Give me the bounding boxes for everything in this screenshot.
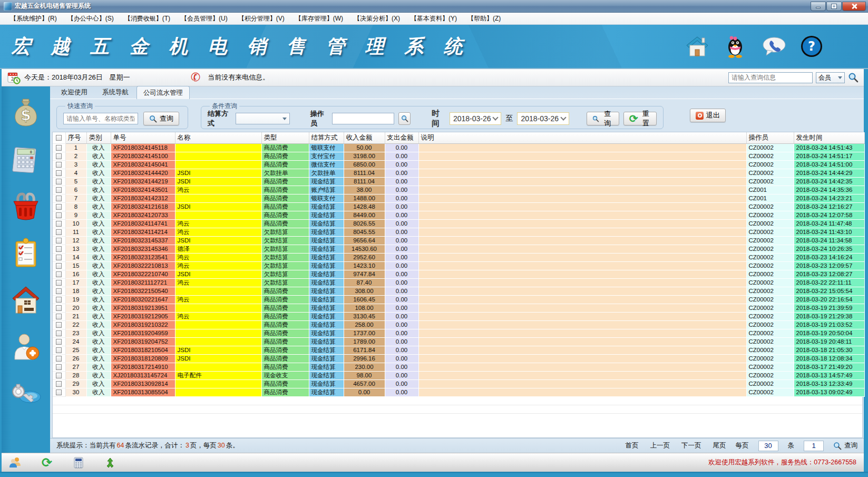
pager-link[interactable]: 尾页 <box>713 441 726 450</box>
menu-item[interactable]: 【决策分析】(X) <box>349 13 405 25</box>
row-checkbox[interactable] <box>56 364 62 370</box>
col-header-settle[interactable]: 结算方式 <box>309 132 344 143</box>
row-checkbox[interactable] <box>56 221 62 227</box>
row-checkbox[interactable] <box>56 322 62 328</box>
money-bag-icon[interactable]: $ <box>9 96 42 129</box>
row-checkbox[interactable] <box>56 390 62 395</box>
table-row[interactable]: 7 收入 XF20180324142312 商品消费 银联支付 1488.00 … <box>53 194 864 202</box>
row-checkbox[interactable] <box>56 330 62 336</box>
row-checkbox[interactable] <box>56 153 62 159</box>
row-checkbox[interactable] <box>56 212 62 218</box>
table-row[interactable]: 22 收入 XF20180319210322 商品消费 现金结算 258.00 … <box>53 320 864 329</box>
table-row[interactable]: 10 收入 XF20180324114741 鸿云 商品消费 现金结算 8026… <box>53 219 864 228</box>
row-checkbox[interactable] <box>56 204 62 210</box>
table-row[interactable]: 16 收入 XF20180322210740 JSDI 欠款结算 现金结算 97… <box>53 270 864 278</box>
help-icon[interactable]: ? <box>800 35 823 58</box>
date-from-picker[interactable]: 2018-03-26 <box>450 112 501 125</box>
row-checkbox[interactable] <box>56 288 62 294</box>
row-checkbox[interactable] <box>56 347 62 353</box>
table-row[interactable]: 23 收入 XF20180319204959 商品消费 现金结算 1737.00… <box>53 329 864 337</box>
col-header-note[interactable]: 说明 <box>418 132 746 143</box>
row-checkbox[interactable] <box>56 280 62 286</box>
table-row[interactable]: 6 收入 XF20180324143501 鸿云 商品消费 账户结算 38.00… <box>53 186 864 194</box>
menu-item[interactable]: 【基本资料】(Y) <box>406 13 462 25</box>
col-header-category[interactable]: 类别 <box>86 132 111 143</box>
col-header-operator[interactable]: 操作员 <box>746 132 794 143</box>
table-row[interactable]: 28 收入 XJ20180313145724 电子配件 现金收支 现金结算 98… <box>53 371 864 379</box>
table-row[interactable]: 12 收入 XF20180323145337 JSDI 欠款结算 现金结算 96… <box>53 236 864 245</box>
table-row[interactable]: 24 收入 XF20180319204752 商品消费 现金结算 1789.00… <box>53 337 864 346</box>
menu-item[interactable]: 【帮助】(Z) <box>463 13 505 25</box>
table-row[interactable]: 3 收入 XF20180324145041 商品消费 微信支付 6850.00 … <box>53 160 864 169</box>
row-checkbox[interactable] <box>56 297 62 303</box>
exit-button[interactable]: 退出 <box>690 109 726 122</box>
row-checkbox[interactable] <box>56 339 62 345</box>
tab[interactable]: 欢迎使用 <box>54 85 94 99</box>
row-checkbox[interactable] <box>56 305 62 311</box>
tab[interactable]: 公司流水管理 <box>136 86 190 99</box>
row-checkbox[interactable] <box>56 162 62 168</box>
search-category-select[interactable]: 会员 <box>816 72 845 83</box>
menu-item[interactable]: 【消费收银】(T) <box>120 13 175 25</box>
table-row[interactable]: 27 收入 XF20180317214910 商品消费 现金结算 230.00 … <box>53 363 864 371</box>
row-checkbox[interactable] <box>56 238 62 244</box>
quick-search-button[interactable]: 查询 <box>143 112 179 125</box>
condition-search-button[interactable]: 查询 <box>587 112 619 125</box>
table-row[interactable]: 29 收入 XF20180313092814 商品消费 现金结算 4657.00… <box>53 379 864 388</box>
row-checkbox[interactable] <box>56 170 62 176</box>
table-row[interactable]: 4 收入 XF20180324144420 JSDI 欠款挂单 欠款挂单 811… <box>53 169 864 177</box>
pager-link[interactable]: 下一页 <box>681 441 701 450</box>
menu-item[interactable]: 【办公中心】(S) <box>63 13 119 25</box>
users-icon[interactable] <box>9 456 22 469</box>
table-row[interactable]: 5 收入 XF20180324144219 JSDI 商品消费 现金结算 811… <box>53 177 864 186</box>
table-row[interactable]: 13 收入 XF20180323145346 德泽 欠款结算 现金结算 1453… <box>53 245 864 253</box>
minimize-button[interactable] <box>811 2 826 11</box>
col-header-income[interactable]: 收入金额 <box>344 132 385 143</box>
table-row[interactable]: 1 收入 XF20180324145118 商品消费 银联支付 50.00 0.… <box>53 143 864 152</box>
table-row[interactable]: 19 收入 XF20180320221647 鸿云 商品消费 现金结算 1606… <box>53 295 864 304</box>
contact-phone-icon[interactable] <box>761 35 786 57</box>
row-checkbox[interactable] <box>56 356 62 362</box>
select-all-checkbox[interactable] <box>56 135 62 141</box>
row-checkbox[interactable] <box>56 187 62 193</box>
col-header-expense[interactable]: 支出金额 <box>385 132 418 143</box>
table-row[interactable]: 9 收入 XF20180324120733 商品消费 现金结算 8449.00 … <box>53 211 864 219</box>
row-checkbox[interactable] <box>56 229 62 235</box>
close-button[interactable] <box>842 2 866 11</box>
key-icon[interactable] <box>9 377 42 410</box>
checklist-icon[interactable] <box>9 237 42 269</box>
table-row[interactable]: 25 收入 XF20180318210504 JSDI 商品消费 现金结算 61… <box>53 346 864 354</box>
row-checkbox[interactable] <box>56 271 62 277</box>
merge-arrow-icon[interactable] <box>104 456 116 469</box>
table-row[interactable]: 17 收入 XF20180321112721 鸿云 欠款结算 现金结算 87.4… <box>53 278 864 287</box>
page-number-input[interactable]: 1 <box>804 441 824 451</box>
table-row[interactable]: 2 收入 XF20180324145100 商品消费 支付宝付 3198.00 … <box>53 152 864 160</box>
menu-item[interactable]: 【系统维护】(R) <box>5 13 62 25</box>
table-row[interactable]: 26 收入 XF20180318120809 JSDI 商品消费 现金结算 29… <box>53 354 864 363</box>
tab[interactable]: 系统导航 <box>95 85 135 99</box>
operator-input[interactable] <box>332 113 394 124</box>
table-row[interactable]: 15 收入 XF20180322210813 鸿云 欠款结算 现金结算 1423… <box>53 261 864 270</box>
search-icon[interactable] <box>848 72 859 83</box>
table-row[interactable]: 21 收入 XF20180319212905 鸿云 商品消费 现金结算 3130… <box>53 312 864 320</box>
add-user-icon[interactable] <box>9 330 42 363</box>
row-checkbox[interactable] <box>56 246 62 252</box>
col-header-order-no[interactable]: 单号 <box>111 132 175 143</box>
row-checkbox[interactable] <box>56 373 62 378</box>
row-checkbox[interactable] <box>56 381 62 387</box>
col-header-name[interactable]: 名称 <box>175 132 261 143</box>
menu-item[interactable]: 【库存管理】(W) <box>290 13 348 25</box>
pager-go-button[interactable]: 查询 <box>833 441 857 450</box>
quick-search-input[interactable] <box>63 113 138 124</box>
operator-lookup-button[interactable] <box>398 112 411 125</box>
col-header-seq[interactable]: 序号 <box>65 132 86 143</box>
col-header-type[interactable]: 类型 <box>261 132 309 143</box>
member-search-input[interactable] <box>728 72 813 83</box>
table-row[interactable]: 30 收入 XF20180313085504 商品消费 现金结算 0.00 0.… <box>53 388 864 396</box>
pager-link[interactable]: 上一页 <box>650 441 670 450</box>
row-checkbox[interactable] <box>56 145 62 151</box>
menu-item[interactable]: 【积分管理】(V) <box>233 13 289 25</box>
row-checkbox[interactable] <box>56 255 62 260</box>
row-checkbox[interactable] <box>56 179 62 184</box>
reset-button[interactable]: ⟳ 重置 <box>623 112 657 125</box>
